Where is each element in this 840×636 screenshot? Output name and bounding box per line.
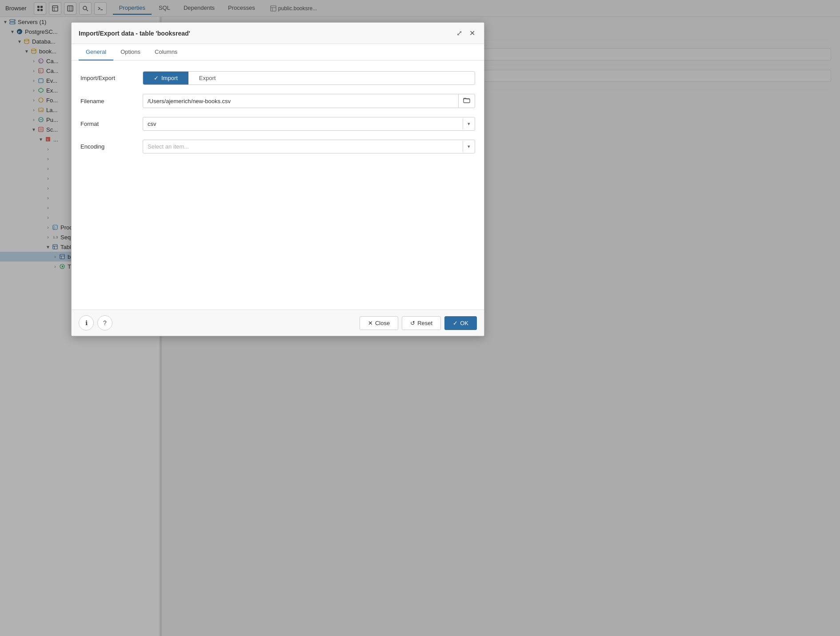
import-export-modal: Import/Export data - table 'booksread' ⤢… xyxy=(71,22,484,336)
modal-header: Import/Export data - table 'booksread' ⤢… xyxy=(72,23,484,44)
format-field-label: Format xyxy=(80,121,143,127)
modal-expand-btn[interactable]: ⤢ xyxy=(455,28,464,38)
reset-btn[interactable]: ↺ Reset xyxy=(402,316,441,330)
svg-rect-52 xyxy=(464,99,470,103)
import-label: Import xyxy=(161,75,178,81)
info-btn[interactable]: ℹ xyxy=(79,315,94,330)
close-x-icon: ✕ xyxy=(368,320,373,326)
modal-tab-options[interactable]: Options xyxy=(113,44,148,60)
close-label: Close xyxy=(375,320,390,326)
encoding-placeholder: Select an item... xyxy=(143,140,463,153)
modal-tab-columns[interactable]: Columns xyxy=(148,44,184,60)
info-icon: ℹ xyxy=(85,319,88,326)
export-label: Export xyxy=(199,75,216,81)
modal-tab-general[interactable]: General xyxy=(79,44,113,60)
footer-left-buttons: ℹ ? xyxy=(79,315,112,330)
help-icon: ? xyxy=(103,319,107,326)
import-export-row: Import/Export ✓ Import Export xyxy=(80,71,475,85)
encoding-field-label: Encoding xyxy=(80,143,143,150)
filename-row: Filename xyxy=(80,94,475,108)
encoding-select[interactable]: Select an item... ▾ xyxy=(143,140,475,153)
ok-check-icon: ✓ xyxy=(453,320,458,326)
ok-btn[interactable]: ✓ OK xyxy=(444,316,477,330)
encoding-field-wrapper: Select an item... ▾ xyxy=(143,140,475,153)
modal-header-actions: ⤢ ✕ xyxy=(455,28,477,38)
reset-icon: ↺ xyxy=(410,320,415,326)
close-btn[interactable]: ✕ Close xyxy=(360,316,398,330)
modal-title: Import/Export data - table 'booksread' xyxy=(79,30,190,37)
format-row: Format csv ▾ xyxy=(80,117,475,131)
format-chevron-icon: ▾ xyxy=(463,118,475,129)
main-layout: ▼ Servers (1) ▼ P PostgreSC... ▼ xyxy=(0,17,840,636)
ok-label: OK xyxy=(460,320,468,326)
folder-icon xyxy=(463,97,470,103)
filename-input[interactable] xyxy=(143,95,458,108)
encoding-row: Encoding Select an item... ▾ xyxy=(80,140,475,153)
reset-label: Reset xyxy=(417,320,432,326)
filename-field-wrapper xyxy=(143,94,475,108)
modal-overlay: Import/Export data - table 'booksread' ⤢… xyxy=(0,0,840,636)
format-value: csv xyxy=(143,117,463,130)
import-export-toggle-wrapper: ✓ Import Export xyxy=(143,71,475,85)
filename-input-group xyxy=(143,94,475,108)
import-export-field-label: Import/Export xyxy=(80,75,143,81)
import-btn[interactable]: ✓ Import xyxy=(143,72,188,85)
filename-field-label: Filename xyxy=(80,98,143,105)
format-select[interactable]: csv ▾ xyxy=(143,117,475,131)
footer-right-buttons: ✕ Close ↺ Reset ✓ OK xyxy=(360,316,477,330)
help-btn[interactable]: ? xyxy=(97,315,112,330)
encoding-chevron-icon: ▾ xyxy=(463,141,475,152)
filename-browse-btn[interactable] xyxy=(458,94,475,108)
modal-footer: ℹ ? ✕ Close ↺ Reset ✓ xyxy=(72,310,484,336)
modal-tab-bar: General Options Columns xyxy=(72,44,484,60)
modal-body: Import/Export ✓ Import Export xyxy=(72,60,484,310)
modal-close-x-btn[interactable]: ✕ xyxy=(468,28,477,38)
check-icon: ✓ xyxy=(154,75,159,81)
export-btn[interactable]: Export xyxy=(188,72,227,85)
import-export-toggle-group: ✓ Import Export xyxy=(143,71,475,85)
format-field-wrapper: csv ▾ xyxy=(143,117,475,131)
